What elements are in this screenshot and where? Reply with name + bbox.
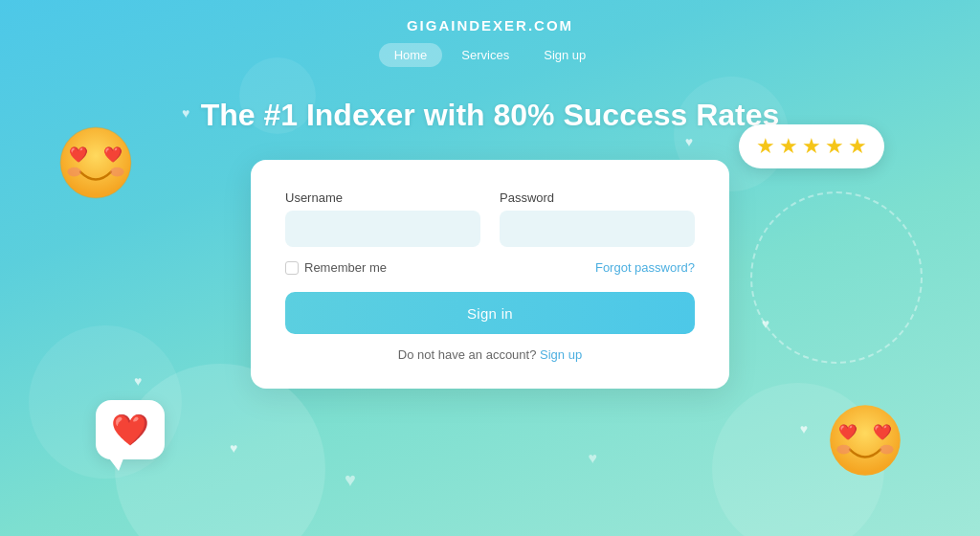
heart-deco: ♥ (182, 105, 189, 121)
password-group: Password (500, 190, 695, 247)
svg-point-9 (836, 445, 850, 455)
nav-services[interactable]: Services (446, 43, 524, 67)
svg-text:❤️: ❤️ (69, 145, 88, 164)
bg-circle-5 (239, 57, 316, 134)
form-options: Remember me Forgot password? (285, 260, 695, 275)
username-group: Username (285, 190, 480, 247)
no-account-text: Do not have an account? (398, 347, 537, 362)
star-1: ★ (756, 134, 775, 159)
emoji-right: ❤️ ❤️ (827, 402, 903, 479)
site-title: GIGAINDEXER.COM (407, 17, 573, 34)
username-input[interactable] (285, 211, 480, 247)
heart-deco: ♥ (800, 421, 808, 436)
nav-signup[interactable]: Sign up (528, 43, 601, 67)
signup-prompt: Do not have an account? Sign up (285, 347, 695, 362)
stars-badge: ★ ★ ★ ★ ★ (739, 124, 884, 168)
login-card: Username Password Remember me Forgot pas… (251, 160, 729, 389)
nav-home[interactable]: Home (379, 43, 443, 67)
remember-me-label[interactable]: Remember me (285, 260, 387, 275)
forgot-password-link[interactable]: Forgot password? (595, 260, 695, 275)
remember-checkbox[interactable] (285, 261, 299, 275)
star-2: ★ (779, 134, 798, 159)
star-4: ★ (825, 134, 844, 159)
like-bubble: ❤️ (96, 400, 165, 459)
heart-deco: ♥ (230, 440, 237, 456)
svg-point-4 (67, 168, 80, 177)
svg-text:❤️: ❤️ (838, 423, 858, 441)
password-input[interactable] (500, 211, 695, 247)
heart-deco: ♥ (685, 134, 693, 149)
heart-like-icon: ❤️ (111, 412, 149, 448)
svg-text:❤️: ❤️ (873, 423, 892, 441)
svg-point-6 (830, 405, 901, 476)
star-3: ★ (802, 134, 821, 159)
star-5: ★ (848, 134, 867, 159)
remember-text: Remember me (304, 260, 387, 275)
signup-link[interactable]: Sign up (540, 347, 582, 362)
svg-point-10 (880, 445, 893, 455)
heart-deco: ♥ (345, 469, 356, 491)
heart-deco: ♥ (134, 373, 142, 389)
emoji-left: ❤️ ❤️ (57, 124, 134, 201)
svg-text:❤️: ❤️ (103, 145, 122, 164)
heart-deco: ♥ (589, 450, 598, 467)
svg-point-5 (110, 168, 123, 177)
dashed-circle-deco (750, 191, 923, 364)
heart-deco: ♥ (762, 316, 769, 331)
header: GIGAINDEXER.COM Home Services Sign up (0, 0, 980, 67)
main-nav: Home Services Sign up (379, 43, 602, 67)
username-label: Username (285, 190, 480, 205)
form-fields-row: Username Password (285, 190, 695, 247)
sign-in-button[interactable]: Sign in (285, 292, 695, 334)
password-label: Password (500, 190, 695, 205)
